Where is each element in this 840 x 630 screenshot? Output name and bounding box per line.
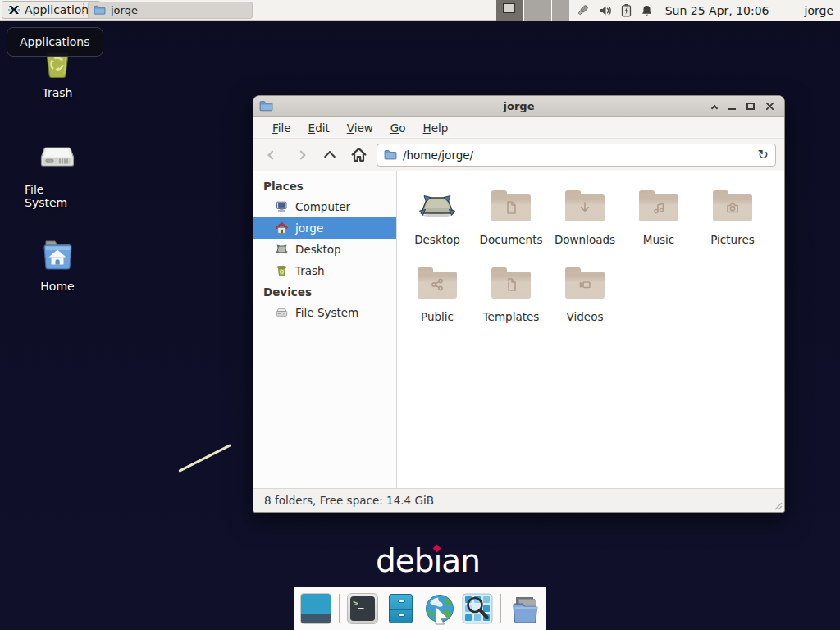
- music-folder-icon: [639, 190, 678, 221]
- menu-file[interactable]: File: [272, 121, 291, 135]
- folder-label: Public: [421, 310, 454, 323]
- sidebar-header-places: Places: [253, 176, 396, 196]
- folder-item-templates[interactable]: Templates: [474, 263, 548, 323]
- window-title: jorge: [253, 100, 784, 112]
- sidebar-item-label: Computer: [295, 200, 350, 213]
- downloads-folder-icon: [565, 190, 605, 221]
- folder-item-desktop[interactable]: Desktop: [400, 186, 474, 246]
- battery-icon[interactable]: [621, 3, 632, 17]
- folder-item-downloads[interactable]: Downloads: [548, 186, 622, 246]
- folder-label: Videos: [567, 310, 604, 323]
- resize-grip[interactable]: [774, 502, 783, 510]
- volume-icon[interactable]: [599, 4, 612, 17]
- folder-launcher[interactable]: [509, 593, 540, 624]
- system-tray: Sun 25 Apr, 10:06 jorge: [569, 0, 840, 21]
- home-icon: [350, 146, 368, 163]
- folder-item-public[interactable]: Public: [400, 263, 474, 323]
- hard-drive-icon: [38, 138, 77, 177]
- icon-view[interactable]: Desktop Documents Downloads Music: [397, 171, 784, 488]
- up-button[interactable]: [319, 144, 340, 166]
- toolbar: /home/jorge/ ↻: [253, 139, 784, 171]
- desktop-icon-label: Home: [40, 280, 74, 293]
- titlebar[interactable]: jorge: [253, 96, 784, 117]
- close-button[interactable]: [765, 98, 774, 114]
- templates-folder-icon: [491, 267, 531, 299]
- taskbar-window-label: jorge: [111, 4, 138, 16]
- back-button[interactable]: [262, 144, 283, 166]
- path-text: /home/jorge/: [403, 148, 473, 162]
- home-button[interactable]: [348, 144, 369, 166]
- show-desktop-icon: [301, 594, 331, 614]
- desktop-icon-file-system[interactable]: File System: [25, 138, 90, 209]
- folder-label: Downloads: [555, 233, 615, 246]
- applications-tooltip: Applications: [7, 27, 103, 57]
- menu-help[interactable]: Help: [423, 121, 449, 135]
- folder-item-music[interactable]: Music: [622, 186, 696, 246]
- statusbar-text: 8 folders, Free space: 14.4 GiB: [264, 494, 434, 507]
- shade-button[interactable]: [712, 98, 717, 114]
- taskbar-window-button[interactable]: jorge: [88, 2, 253, 19]
- folder-label: Music: [643, 233, 674, 246]
- up-icon: [324, 150, 336, 162]
- sidebar-item-trash[interactable]: Trash: [253, 260, 396, 281]
- trash-place-icon: [275, 264, 289, 277]
- file-manager-window: jorge File Edit View Go Help /home/jo: [253, 95, 785, 513]
- sidebar-item-desktop[interactable]: Desktop: [253, 239, 396, 260]
- sidebar: Places Computer jorge: [253, 171, 397, 488]
- app-finder-icon: [462, 593, 493, 624]
- desktop-icon-home[interactable]: Home: [25, 235, 90, 293]
- dock-separator: [339, 594, 340, 623]
- globe-icon: [423, 593, 456, 626]
- desktop-special-icon: [418, 186, 457, 226]
- forward-button[interactable]: [290, 144, 312, 166]
- menu-go[interactable]: Go: [390, 121, 406, 135]
- top-panel: Applications jorge Sun 25 Apr, 10:06 jor…: [0, 0, 840, 21]
- notifications-bell-icon[interactable]: [641, 4, 653, 17]
- file-manager-launcher[interactable]: [389, 594, 413, 623]
- sidebar-item-label: jorge: [295, 221, 323, 235]
- folder-label: Desktop: [414, 233, 460, 246]
- folder-label: Templates: [483, 310, 540, 323]
- reload-button[interactable]: ↻: [758, 148, 769, 162]
- terminal-launcher[interactable]: >_: [347, 593, 378, 624]
- folder-item-documents[interactable]: Documents: [474, 186, 548, 246]
- debian-logo-text: deb: [376, 544, 434, 579]
- applications-menu-button[interactable]: Applications: [2, 1, 101, 19]
- sidebar-item-computer[interactable]: Computer: [253, 196, 396, 217]
- window-folder-icon: [259, 100, 273, 112]
- sidebar-header-devices: Devices: [253, 281, 396, 302]
- computer-icon: [275, 200, 289, 213]
- desktop-scribble-line: [178, 444, 231, 472]
- applications-menu-icon: [7, 3, 21, 16]
- path-input[interactable]: /home/jorge/ ↻: [377, 144, 776, 167]
- web-browser-launcher[interactable]: [423, 593, 454, 624]
- minimize-button[interactable]: [728, 108, 736, 110]
- desktop-icon-label: Trash: [43, 86, 73, 99]
- menu-view[interactable]: View: [347, 121, 373, 135]
- app-finder-launcher[interactable]: [462, 593, 493, 624]
- drive-icon: [275, 306, 289, 319]
- workspace-2[interactable]: [523, 0, 551, 21]
- terminal-icon: >_: [350, 596, 375, 621]
- back-icon: [267, 150, 276, 159]
- desktop-place-icon: [275, 243, 289, 256]
- folder-item-pictures[interactable]: Pictures: [696, 186, 769, 246]
- sidebar-item-file-system[interactable]: File System: [253, 302, 396, 323]
- sidebar-item-label: Trash: [295, 264, 325, 277]
- sidebar-item-jorge[interactable]: jorge: [253, 217, 396, 239]
- show-desktop-button[interactable]: [300, 593, 331, 624]
- pictures-folder-icon: [713, 190, 752, 221]
- clock[interactable]: Sun 25 Apr, 10:06: [665, 4, 769, 17]
- cabinet-drawer-handle: [398, 614, 405, 617]
- workspace-1[interactable]: [496, 0, 523, 21]
- maximize-button[interactable]: [746, 103, 755, 110]
- dock-separator: [500, 594, 501, 623]
- cabinet-drawer-handle: [398, 600, 405, 603]
- folder-item-videos[interactable]: Videos: [548, 263, 622, 323]
- panel-username[interactable]: jorge: [805, 4, 833, 17]
- removable-device-icon[interactable]: [576, 3, 590, 17]
- documents-folder-icon: [491, 190, 531, 221]
- taskbar-folder-icon: [94, 5, 106, 16]
- home-place-icon: [275, 221, 289, 235]
- menu-edit[interactable]: Edit: [308, 121, 330, 135]
